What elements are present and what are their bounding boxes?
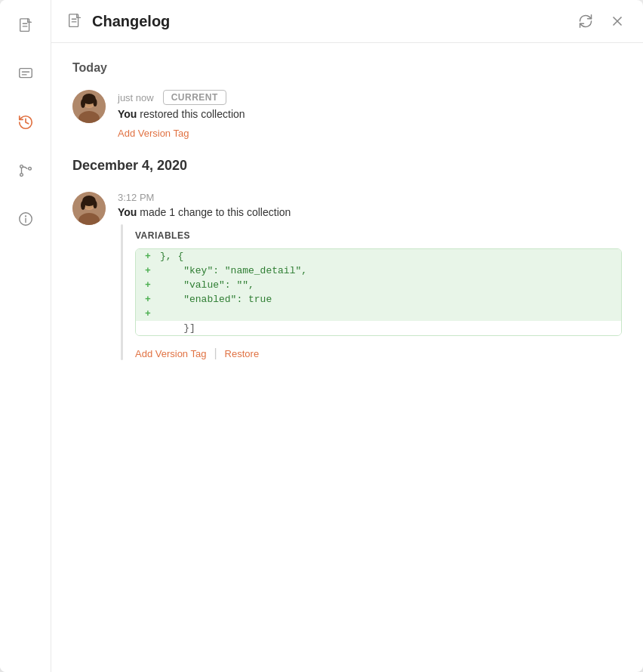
entry-today-desc: You restored this collection <box>118 108 622 120</box>
entry-december-meta: 3:12 PM <box>118 192 622 203</box>
entry-today-text: restored this collection <box>137 108 245 120</box>
left-border <box>121 224 123 360</box>
code-plus-2: + <box>145 265 154 276</box>
action-divider: | <box>214 347 217 360</box>
sidebar <box>0 0 51 672</box>
avatar-dec <box>72 192 106 225</box>
entry-actions: Add Version Tag | Restore <box>135 347 622 360</box>
december-section: December 4, 2020 <box>72 158 622 360</box>
entry-today: just now CURRENT You restored this colle… <box>72 90 622 140</box>
today-section: Today <box>72 61 622 140</box>
page-title: Changelog <box>92 13 566 30</box>
changelog-content: Today <box>51 43 643 672</box>
sidebar-item-info[interactable] <box>12 205 39 233</box>
today-label: Today <box>72 61 622 75</box>
code-line-6: }] <box>136 321 621 335</box>
december-label: December 4, 2020 <box>72 158 622 174</box>
svg-point-11 <box>25 216 26 217</box>
sidebar-item-branch[interactable] <box>12 157 39 184</box>
entry-december-author: You <box>118 206 137 218</box>
variables-section: VARIABLES + }, { + "key": "name_detail", <box>135 230 622 360</box>
code-content-6: }] <box>160 322 195 334</box>
entry-today-meta: just now CURRENT <box>118 90 622 105</box>
sidebar-item-history[interactable] <box>12 109 39 136</box>
entry-december-body: 3:12 PM You made 1 change to this collec… <box>118 192 622 360</box>
code-space-6 <box>145 322 154 334</box>
svg-point-8 <box>28 167 31 170</box>
entry-today-body: just now CURRENT You restored this colle… <box>118 90 622 140</box>
header-doc-icon <box>66 13 83 29</box>
sidebar-item-comment[interactable] <box>12 60 39 88</box>
code-content-3: "value": "", <box>160 279 254 291</box>
svg-point-23 <box>94 99 97 106</box>
entry-december: 3:12 PM You made 1 change to this collec… <box>72 192 622 360</box>
code-block: + }, { + "key": "name_detail", + <box>135 248 622 336</box>
svg-rect-3 <box>19 69 32 78</box>
code-content-1: }, { <box>160 251 183 262</box>
main-content: Changelog <box>51 0 643 672</box>
code-line-1: + }, { <box>136 249 621 264</box>
close-button[interactable] <box>607 11 628 32</box>
entry-today-time: just now <box>118 92 154 103</box>
restore-link[interactable]: Restore <box>225 348 260 359</box>
code-plus-4: + <box>145 294 154 305</box>
entry-december-desc: You made 1 change to this collection <box>118 206 622 218</box>
entry-today-author: You <box>118 108 137 120</box>
svg-point-29 <box>81 201 85 210</box>
code-plus-5: + <box>145 308 154 319</box>
add-version-tag-link-today[interactable]: Add Version Tag <box>118 128 189 139</box>
code-line-2: + "key": "name_detail", <box>136 264 621 278</box>
variables-block: VARIABLES + }, { + "key": "name_detail", <box>118 224 622 360</box>
refresh-button[interactable] <box>575 11 596 32</box>
header-actions <box>575 11 628 32</box>
code-line-5: + <box>136 307 621 321</box>
avatar <box>72 90 106 123</box>
svg-point-30 <box>94 201 97 208</box>
entry-december-text: made 1 change to this collection <box>137 206 291 218</box>
variables-title: VARIABLES <box>135 230 622 241</box>
header: Changelog <box>51 0 643 43</box>
current-badge: CURRENT <box>163 90 226 105</box>
code-line-4: + "enabled": true <box>136 292 621 307</box>
code-plus-3: + <box>145 279 154 291</box>
svg-point-22 <box>81 99 85 108</box>
entry-december-time: 3:12 PM <box>118 192 154 203</box>
code-content-4: "enabled": true <box>160 294 272 305</box>
changelog-panel: Changelog <box>0 0 643 672</box>
sidebar-item-document[interactable] <box>12 12 39 39</box>
code-content-2: "key": "name_detail", <box>160 265 307 276</box>
add-version-tag-link-dec[interactable]: Add Version Tag <box>135 348 206 359</box>
code-line-3: + "value": "", <box>136 278 621 292</box>
code-plus-1: + <box>145 251 154 262</box>
